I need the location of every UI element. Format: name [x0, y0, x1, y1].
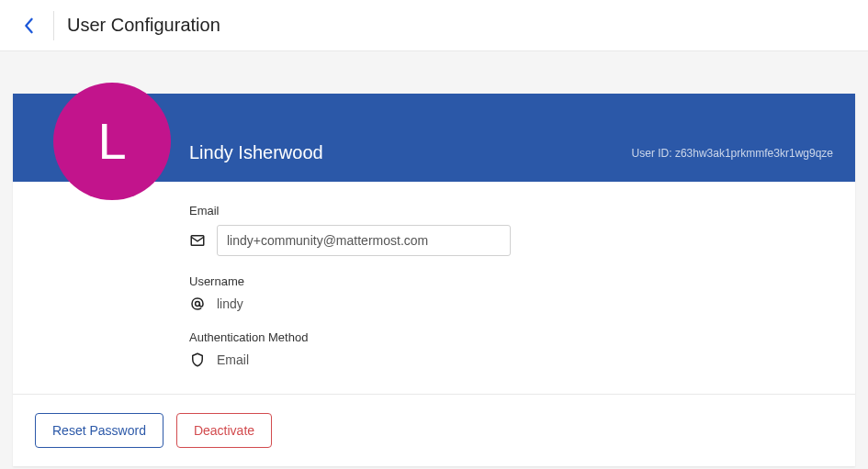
user-id-display: User ID: z63hw3ak1prkmmfe3kr1wg9qze — [632, 147, 833, 163]
auth-method-value: Email — [217, 352, 249, 367]
user-fields: Email Username lindy Authen — [13, 182, 855, 394]
user-card: L Lindy Isherwood User ID: z63hw3ak1prkm… — [13, 94, 855, 466]
avatar-initial: L — [97, 116, 126, 167]
email-input[interactable] — [217, 225, 511, 256]
at-icon — [189, 296, 206, 312]
auth-method-label: Authentication Method — [189, 330, 833, 344]
back-button[interactable] — [13, 10, 44, 41]
avatar: L — [53, 83, 171, 200]
auth-method-row: Email — [189, 352, 833, 368]
shield-icon — [189, 352, 206, 368]
page-title: User Configuration — [67, 15, 220, 36]
user-id-value: z63hw3ak1prkmmfe3kr1wg9qze — [675, 147, 833, 160]
email-icon — [189, 232, 206, 249]
top-bar: User Configuration — [0, 0, 868, 51]
action-footer: Reset Password Deactivate — [13, 394, 855, 466]
user-display-name: Lindy Isherwood — [189, 142, 323, 163]
username-field-group: Username lindy — [189, 274, 833, 312]
auth-method-field-group: Authentication Method Email — [189, 330, 833, 368]
email-label: Email — [189, 204, 833, 218]
reset-password-button[interactable]: Reset Password — [35, 413, 163, 448]
email-field-group: Email — [189, 204, 833, 256]
username-label: Username — [189, 274, 833, 288]
email-row — [189, 225, 833, 256]
top-divider — [53, 11, 54, 40]
deactivate-button[interactable]: Deactivate — [176, 413, 272, 448]
user-id-label: User ID: — [632, 147, 672, 160]
username-value: lindy — [217, 296, 243, 311]
chevron-left-icon — [20, 17, 37, 34]
username-row: lindy — [189, 296, 833, 312]
content: L Lindy Isherwood User ID: z63hw3ak1prkm… — [0, 94, 868, 466]
